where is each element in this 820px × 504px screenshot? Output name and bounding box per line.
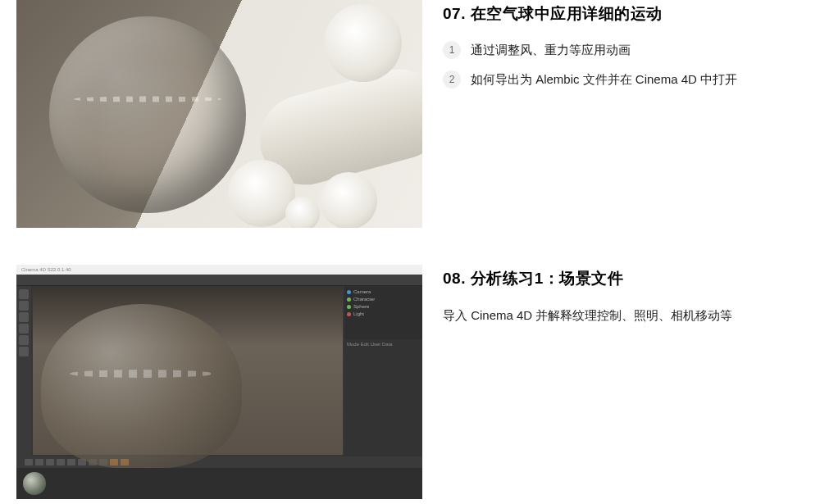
section-07-content: 07. 在空气球中应用详细的运动 1 通过调整风、重力等应用动画 2 如何导出为… [443,0,804,228]
section-08: Cinema 4D S22.0.1.40 Camera Character Sp… [0,265,820,499]
item-text: 如何导出为 Alembic 文件并在 Cinema 4D 中打开 [471,72,737,88]
c4d-materials [16,468,422,499]
num-badge: 2 [443,70,461,89]
c4d-toolbar [16,275,422,286]
c4d-viewport [33,288,343,455]
c4d-title-text: Cinema 4D S22.0.1.40 [21,267,71,272]
section-07-title: 07. 在空气球中应用详细的运动 [443,3,804,25]
section-08-content: 08. 分析练习1：场景文件 导入 Cinema 4D 并解释纹理控制、照明、相… [443,265,804,499]
section-07: 07. 在空气球中应用详细的运动 1 通过调整风、重力等应用动画 2 如何导出为… [0,0,820,228]
section-07-list: 1 通过调整风、重力等应用动画 2 如何导出为 Alembic 文件并在 Cin… [443,41,804,89]
c4d-right-panel: Camera Character Sphere Light Mode Edit … [344,286,422,456]
c4d-object-list: Camera Character Sphere Light [344,286,422,339]
section-08-image: Cinema 4D S22.0.1.40 Camera Character Sp… [16,265,422,499]
cinema4d-screenshot: Cinema 4D S22.0.1.40 Camera Character Sp… [16,265,422,499]
section-07-image [16,0,422,228]
num-badge: 1 [443,41,461,59]
section-08-description: 导入 Cinema 4D 并解释纹理控制、照明、相机移动等 [443,306,804,325]
c4d-main: Camera Character Sphere Light Mode Edit … [16,286,422,456]
c4d-left-tools [16,286,31,456]
c4d-bottom [16,456,422,499]
list-item: 2 如何导出为 Alembic 文件并在 Cinema 4D 中打开 [443,70,804,89]
list-item: 1 通过调整风、重力等应用动画 [443,41,804,59]
c4d-titlebar: Cinema 4D S22.0.1.40 [16,265,422,275]
render-preview-image [16,0,422,228]
section-08-title: 08. 分析练习1：场景文件 [443,268,804,289]
c4d-attributes: Mode Edit User Data [344,339,422,456]
c4d-timeline [16,456,422,468]
material-sphere-icon [23,472,46,495]
item-text: 通过调整风、重力等应用动画 [471,43,631,58]
